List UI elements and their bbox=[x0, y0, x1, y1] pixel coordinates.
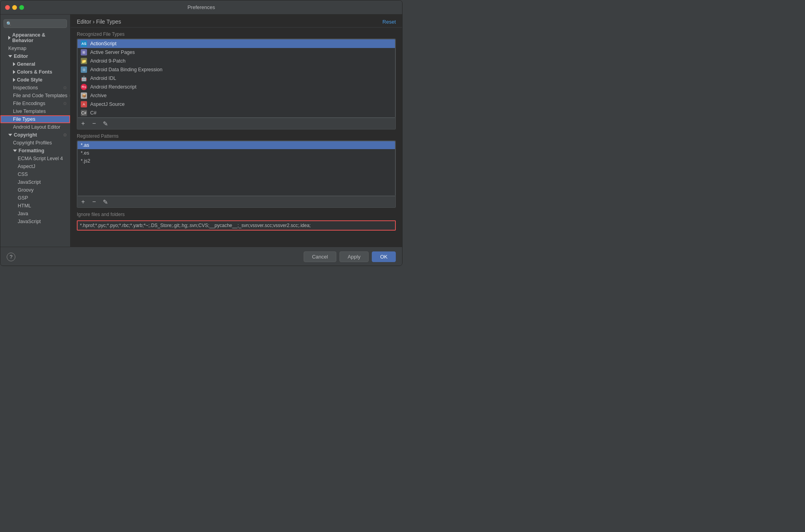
sidebar-item-java[interactable]: Java bbox=[0, 210, 70, 218]
sidebar-item-file-code-templates[interactable]: File and Code Templates ⚙ bbox=[0, 92, 70, 100]
patterns-wrapper: *.as *.es *.js2 + − ✎ bbox=[77, 140, 396, 208]
maximize-button[interactable] bbox=[19, 5, 24, 10]
remove-file-type-button[interactable]: − bbox=[90, 119, 98, 128]
file-type-label: Android Data Binding Expression bbox=[90, 67, 162, 72]
file-type-item[interactable]: AS ActionScript bbox=[78, 39, 395, 48]
minimize-button[interactable] bbox=[12, 5, 17, 10]
file-type-label: C# bbox=[90, 110, 96, 116]
file-type-item[interactable]: ⊞ Active Server Pages bbox=[78, 48, 395, 57]
expand-icon bbox=[8, 134, 12, 136]
content-panel: Editor › File Types Reset Recognized Fil… bbox=[70, 15, 402, 247]
ignore-files-label: Ignore files and folders bbox=[77, 212, 396, 217]
help-button[interactable]: ? bbox=[7, 253, 15, 261]
pattern-item[interactable]: *.js2 bbox=[78, 157, 395, 165]
file-type-item[interactable]: 📦 Archive bbox=[78, 91, 395, 100]
main-layout: 🔍 Appearance & Behavior Keymap Editor Ge… bbox=[0, 15, 402, 247]
recognized-file-types-label: Recognized File Types bbox=[77, 31, 396, 37]
edit-file-type-button[interactable]: ✎ bbox=[101, 119, 109, 128]
bottom-bar: ? Cancel Apply OK bbox=[0, 247, 402, 266]
file-type-icon-aspectj: A bbox=[81, 101, 87, 107]
cancel-button[interactable]: Cancel bbox=[304, 251, 336, 262]
file-type-icon-asp: ⊞ bbox=[81, 49, 87, 55]
patterns-list[interactable]: *.as *.es *.js2 bbox=[77, 141, 395, 196]
sidebar-item-javascript2[interactable]: JavaScript bbox=[0, 218, 70, 225]
sidebar-item-css[interactable]: CSS bbox=[0, 170, 70, 178]
file-type-label: AspectJ Source bbox=[90, 102, 125, 107]
add-pattern-button[interactable]: + bbox=[79, 198, 87, 206]
file-type-item[interactable]: 🤖 Android IDL bbox=[78, 74, 395, 83]
sidebar-item-groovy[interactable]: Groovy bbox=[0, 186, 70, 194]
reset-button[interactable]: Reset bbox=[382, 19, 396, 25]
patterns-toolbar: + − ✎ bbox=[77, 196, 395, 207]
sidebar-item-formatting[interactable]: Formatting bbox=[0, 147, 70, 155]
sidebar-item-editor[interactable]: Editor bbox=[0, 52, 70, 60]
sidebar-item-file-encodings[interactable]: File Encodings ⚙ bbox=[0, 100, 70, 107]
file-type-item[interactable]: Rs Android Renderscript bbox=[78, 83, 395, 91]
sidebar-item-colors-fonts[interactable]: Colors & Fonts bbox=[0, 68, 70, 76]
sidebar-item-file-types[interactable]: File Types bbox=[0, 115, 70, 123]
search-input[interactable] bbox=[13, 21, 64, 26]
settings-icon: ⚙ bbox=[63, 101, 67, 106]
file-types-list[interactable]: AS ActionScript ⊞ Active Server Pages 📁 … bbox=[77, 39, 395, 118]
file-type-item[interactable]: 📁 Android 9-Patch bbox=[78, 57, 395, 65]
file-type-icon-csharp: C# bbox=[81, 110, 87, 116]
file-type-item[interactable]: ⊡ Android Data Binding Expression bbox=[78, 65, 395, 74]
registered-patterns-label: Registered Patterns bbox=[77, 133, 396, 139]
close-button[interactable] bbox=[5, 5, 10, 10]
file-type-icon-rs: Rs bbox=[81, 84, 87, 90]
title-bar: Preferences bbox=[0, 0, 402, 15]
recognized-file-types-section: Recognized File Types AS ActionScript ⊞ … bbox=[77, 31, 396, 129]
file-type-label: Android 9-Patch bbox=[90, 58, 126, 64]
sidebar-item-live-templates[interactable]: Live Templates bbox=[0, 107, 70, 115]
apply-button[interactable]: Apply bbox=[339, 251, 369, 262]
remove-pattern-button[interactable]: − bbox=[90, 198, 98, 206]
sidebar-item-copyright-profiles[interactable]: Copyright Profiles bbox=[0, 139, 70, 147]
file-type-icon-bind: ⊡ bbox=[81, 66, 87, 73]
pattern-item[interactable]: *.es bbox=[78, 149, 395, 157]
sidebar-item-inspections[interactable]: Inspections ⚙ bbox=[0, 84, 70, 92]
file-type-icon-android: 🤖 bbox=[81, 75, 87, 81]
ignore-files-input[interactable] bbox=[77, 220, 396, 231]
ignore-files-section: Ignore files and folders bbox=[77, 212, 396, 231]
expand-icon bbox=[8, 55, 12, 57]
file-type-item[interactable]: C# C# bbox=[78, 109, 395, 117]
sidebar-item-ecma-script[interactable]: ECMA Script Level 4 bbox=[0, 155, 70, 163]
edit-pattern-button[interactable]: ✎ bbox=[101, 198, 109, 206]
add-file-type-button[interactable]: + bbox=[79, 119, 87, 128]
sidebar-item-appearance-behavior[interactable]: Appearance & Behavior bbox=[0, 31, 70, 44]
sidebar-item-general[interactable]: General bbox=[0, 60, 70, 68]
file-type-icon-archive: 📦 bbox=[81, 92, 87, 99]
window-title: Preferences bbox=[187, 4, 215, 10]
bottom-buttons: Cancel Apply OK bbox=[304, 251, 396, 262]
pattern-item[interactable]: *.as bbox=[78, 141, 395, 149]
file-type-item[interactable]: A AspectJ Source bbox=[78, 100, 395, 109]
search-box[interactable]: 🔍 bbox=[4, 19, 67, 28]
sidebar-item-aspectj[interactable]: AspectJ bbox=[0, 163, 70, 170]
collapse-icon bbox=[8, 36, 11, 40]
sidebar-item-gsp[interactable]: GSP bbox=[0, 194, 70, 202]
registered-patterns-section: Registered Patterns *.as *.es *.js2 + − … bbox=[77, 133, 396, 208]
file-type-icon-as: AS bbox=[81, 41, 87, 47]
collapse-icon bbox=[13, 78, 15, 82]
search-icon: 🔍 bbox=[6, 21, 12, 26]
settings-icon: ⚙ bbox=[63, 133, 67, 138]
breadcrumb: Editor › File Types bbox=[77, 18, 121, 25]
file-types-toolbar: + − ✎ bbox=[77, 118, 395, 129]
collapse-icon bbox=[13, 70, 15, 74]
content-header: Editor › File Types Reset bbox=[70, 15, 402, 28]
file-type-label: Android Renderscript bbox=[90, 84, 136, 90]
content-body: Recognized File Types AS ActionScript ⊞ … bbox=[70, 28, 402, 247]
sidebar-item-keymap[interactable]: Keymap bbox=[0, 44, 70, 52]
sidebar-item-javascript[interactable]: JavaScript bbox=[0, 178, 70, 186]
ok-button[interactable]: OK bbox=[372, 251, 396, 262]
sidebar-item-html[interactable]: HTML bbox=[0, 202, 70, 210]
collapse-icon bbox=[13, 62, 15, 66]
file-type-label: ActionScript bbox=[90, 41, 117, 46]
file-type-label: Android IDL bbox=[90, 76, 116, 81]
sidebar-item-copyright[interactable]: Copyright ⚙ bbox=[0, 131, 70, 139]
file-type-icon-folder: 📁 bbox=[81, 58, 87, 64]
expand-icon bbox=[13, 150, 17, 152]
sidebar-item-android-layout[interactable]: Android Layout Editor bbox=[0, 123, 70, 131]
sidebar: 🔍 Appearance & Behavior Keymap Editor Ge… bbox=[0, 15, 70, 247]
sidebar-item-code-style[interactable]: Code Style bbox=[0, 76, 70, 84]
